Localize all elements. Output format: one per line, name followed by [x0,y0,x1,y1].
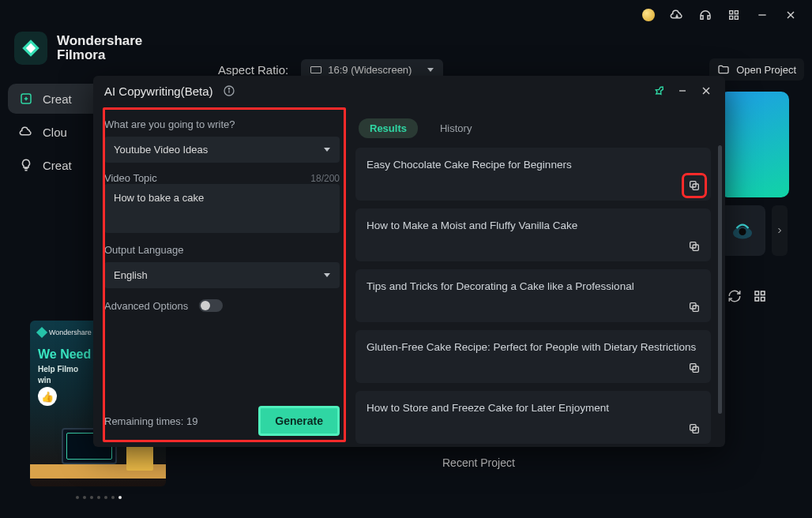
carousel-next-button[interactable] [772,205,788,256]
video-topic-input[interactable]: How to bake a cake [104,184,340,233]
results-tabs: Results History [359,118,711,138]
cloud-icon [19,125,33,139]
crown-icon[interactable] [641,8,656,22]
titlebar [641,0,812,30]
bulb-icon [19,158,33,172]
result-item[interactable]: Tips and Tricks for Decorating a Cake li… [355,269,711,322]
svg-rect-2 [730,16,733,19]
svg-point-20 [228,88,229,89]
pin-icon[interactable] [651,83,667,99]
ai-copywriting-modal: AI Copywriting(Beta) What are you going … [93,76,725,447]
brand-text: Wondershare Filmora [57,34,142,62]
video-topic-label: Video Topic [104,172,157,184]
copy-icon[interactable] [686,298,703,316]
grid-view-icon[interactable] [753,289,767,303]
tab-history[interactable]: History [429,118,483,138]
close-modal-icon[interactable] [698,83,714,99]
svg-point-13 [739,228,746,235]
remaining-times: Remaining times: 19 [104,415,198,427]
advanced-options-row: Advanced Options [104,299,340,312]
thumbnail-card[interactable] [720,205,765,256]
recent-project-label: Recent Project [442,456,515,469]
result-item[interactable]: How to Make a Moist and Fluffy Vanilla C… [355,208,711,261]
result-item[interactable]: How to Store and Freeze Cake for Later E… [355,391,711,444]
promo-sub: Help Filmo [38,365,78,373]
svg-rect-17 [761,298,765,302]
refresh-icon[interactable] [727,289,742,303]
result-text: How to Make a Moist and Fluffy Vanilla C… [367,220,577,231]
video-topic-value: How to bake a cake [114,192,204,204]
results-scrollbar[interactable] [718,145,722,437]
chevron-down-icon [324,273,330,277]
info-icon[interactable] [221,83,237,99]
output-language-select[interactable]: English [104,262,340,288]
generate-label: Generate [275,415,323,427]
grid-icon[interactable] [727,8,741,22]
input-pane: What are you going to write? Youtube Vid… [93,106,351,447]
modal-header: AI Copywriting(Beta) [93,76,725,106]
generate-button[interactable]: Generate [258,406,340,436]
write-type-label: What are you going to write? [104,118,340,130]
minimize-icon[interactable] [755,8,769,22]
chevron-down-icon [427,68,434,72]
copy-icon[interactable] [686,420,703,437]
write-type-value: Youtube Video Ideas [114,144,208,156]
results-pane: Results History Easy Chocolate Cake Reci… [351,106,725,447]
cloud-download-icon[interactable] [670,8,684,22]
copy-icon[interactable] [686,177,703,194]
template-card[interactable] [720,92,789,197]
result-text: Easy Chocolate Cake Recipe for Beginners [367,159,572,171]
sidebar-item-label: Creat [43,159,72,172]
result-text: How to Store and Freeze Cake for Later E… [367,402,609,414]
ratio-icon [310,66,321,73]
result-item[interactable]: Easy Chocolate Cake Recipe for Beginners [355,148,711,201]
result-text: Gluten-Free Cake Recipe: Perfect for Peo… [367,341,696,353]
logo-icon [14,32,47,65]
advanced-options-label: Advanced Options [104,300,188,312]
svg-rect-16 [755,298,759,302]
copy-icon[interactable] [686,359,703,377]
plus-square-icon [19,92,33,106]
svg-rect-3 [735,16,738,19]
headset-icon[interactable] [698,8,712,22]
advanced-options-toggle[interactable] [199,299,223,312]
svg-rect-1 [735,11,738,14]
copy-icon[interactable] [686,238,703,255]
output-language-label: Output Language [104,244,340,256]
tab-results[interactable]: Results [359,118,418,138]
chevron-down-icon [324,148,330,152]
minimize-modal-icon[interactable] [675,83,690,99]
promo-win: win [38,376,51,385]
sidebar-item-label: Clou [43,126,67,139]
folder-icon [717,63,730,76]
char-counter: 18/200 [310,173,340,184]
aspect-ratio-value: 16:9 (Widescreen) [328,64,412,76]
modal-title: AI Copywriting(Beta) [104,84,213,98]
svg-rect-14 [755,291,759,295]
promo-pagination[interactable] [76,496,122,499]
brand-line2: Filmora [57,48,142,62]
aspect-ratio-label: Aspect Ratio: [218,63,288,77]
close-icon[interactable] [784,8,798,22]
write-type-select[interactable]: Youtube Video Ideas [104,137,340,163]
svg-rect-0 [730,11,733,14]
brand-line1: Wondershare [57,34,142,48]
app-logo: Wondershare Filmora [8,24,182,81]
sidebar-item-label: Creat [43,92,72,106]
output-language-value: English [114,269,148,281]
promo-headline: We Need [38,347,91,362]
right-column [720,92,795,303]
svg-rect-15 [761,291,765,295]
result-item[interactable]: Gluten-Free Cake Recipe: Perfect for Peo… [355,330,711,383]
open-project-label: Open Project [736,64,796,76]
result-text: Tips and Tricks for Decorating a Cake li… [367,280,634,292]
